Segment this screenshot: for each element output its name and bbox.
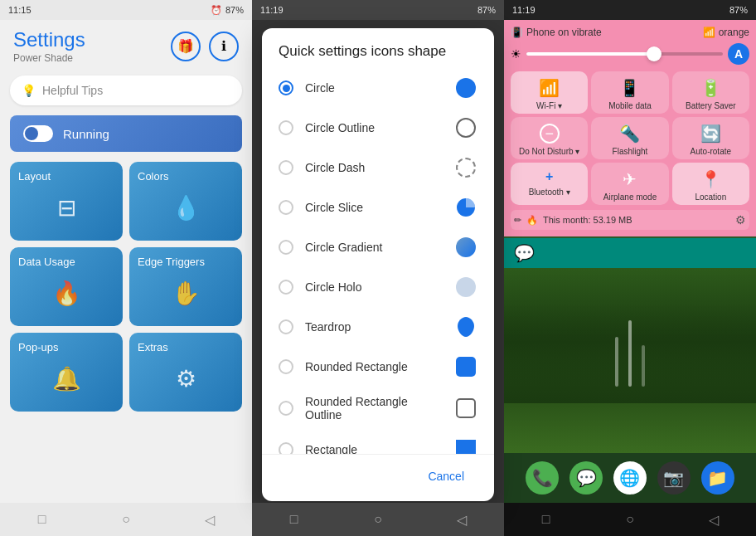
- tile-flashlight[interactable]: 🔦 Flashlight: [591, 117, 668, 159]
- status-icons-1: ⏰ 87%: [211, 5, 244, 16]
- preview-circle-slice: [454, 196, 477, 219]
- whatsapp-bar[interactable]: 💬: [504, 238, 756, 268]
- item-circle-dash[interactable]: Circle Dash: [262, 148, 494, 188]
- tile-location[interactable]: 📍 Location: [672, 163, 749, 205]
- flashlight-label: Flashlight: [613, 147, 648, 156]
- popups-card[interactable]: Pop-ups 🔔: [10, 333, 123, 412]
- dock-phone[interactable]: 📞: [526, 461, 559, 495]
- nav-back-2[interactable]: ◁: [449, 507, 474, 532]
- dialog-overlay: Quick settings icons shape Circle Circle…: [252, 20, 504, 536]
- nav-back-3[interactable]: ◁: [701, 507, 726, 532]
- airplane-icon: ✈: [623, 169, 637, 189]
- pencil-icon: ✏: [514, 215, 521, 226]
- dock-files[interactable]: 📁: [701, 461, 734, 495]
- nav-circle-3[interactable]: ○: [618, 507, 642, 532]
- nav-bar-3: □ ○ ◁: [504, 503, 756, 536]
- tile-mobile-data[interactable]: 📱 Mobile data: [591, 71, 668, 114]
- item-circle-slice[interactable]: Circle Slice: [262, 188, 494, 227]
- dock-messages[interactable]: 💬: [569, 461, 603, 495]
- label-circle-outline: Circle Outline: [305, 121, 443, 134]
- preview-circle-gradient: [454, 236, 477, 259]
- colors-icon: 💧: [138, 183, 234, 232]
- item-rounded-rect-outline[interactable]: Rounded Rectangle Outline: [262, 387, 494, 430]
- brightness-icon: ☀: [511, 47, 521, 61]
- tile-airplane[interactable]: ✈ Airplane mode: [591, 163, 668, 205]
- item-teardrop[interactable]: Teardrop: [262, 307, 494, 347]
- radio-circle-outline[interactable]: [279, 120, 293, 135]
- item-circle-outline[interactable]: Circle Outline: [262, 108, 494, 148]
- flashlight-icon: 🔦: [619, 124, 640, 144]
- nav-bar-1: □ ○ ◁: [0, 503, 252, 536]
- quick-tiles-grid: 📶 Wi-Fi ▾ 📱 Mobile data 🔋 Battery Saver …: [511, 71, 749, 205]
- settings-gear-icon[interactable]: ⚙: [735, 213, 746, 227]
- status-icons-3: 87%: [729, 5, 748, 15]
- preview-rounded-rect-outline: [454, 397, 477, 420]
- nav-circle-1[interactable]: ○: [114, 507, 138, 532]
- wifi-label: Wi-Fi ▾: [536, 101, 562, 110]
- info-button[interactable]: ℹ: [209, 32, 239, 61]
- colors-card[interactable]: Colors 💧: [129, 162, 242, 241]
- nav-circle-2[interactable]: ○: [366, 507, 390, 532]
- layout-card[interactable]: Layout ⊟: [10, 162, 123, 241]
- preview-rectangle: [454, 438, 477, 454]
- dialog-list: Circle Circle Outline Circle Dash Circle…: [262, 68, 494, 454]
- radio-rounded-rect[interactable]: [279, 359, 293, 374]
- radio-rounded-rect-outline[interactable]: [279, 401, 293, 416]
- mobile-data-label: Mobile data: [608, 101, 652, 110]
- brightness-slider-row: ☀ A: [511, 43, 749, 65]
- preview-circle-holo: [454, 275, 477, 299]
- vibrate-icon: 📳: [511, 27, 523, 38]
- edge-triggers-label: Edge Triggers: [138, 256, 234, 268]
- label-rounded-rect: Rounded Rectangle: [305, 360, 443, 373]
- edge-triggers-card[interactable]: Edge Triggers ✋: [129, 247, 242, 326]
- tile-wifi[interactable]: 📶 Wi-Fi ▾: [511, 71, 588, 114]
- battery-saver-icon: 🔋: [700, 78, 721, 98]
- brightness-slider[interactable]: [526, 52, 723, 56]
- label-circle: Circle: [305, 81, 443, 95]
- label-rounded-rect-outline: Rounded Rectangle Outline: [305, 395, 443, 421]
- nav-square-2[interactable]: □: [282, 507, 307, 532]
- tile-autorotate[interactable]: 🔄 Auto-rotate: [672, 117, 749, 159]
- bluetooth-icon: +: [545, 169, 553, 184]
- battery-1: 87%: [225, 5, 244, 15]
- running-toggle[interactable]: [23, 125, 53, 142]
- settings-panel: 11:15 ⏰ 87% Settings Power Shade 🎁 ℹ 💡 H…: [0, 0, 252, 536]
- item-circle-gradient[interactable]: Circle Gradient: [262, 227, 494, 267]
- tile-dnd[interactable]: − Do Not Disturb ▾: [511, 117, 588, 159]
- label-circle-slice: Circle Slice: [305, 201, 443, 214]
- radio-circle-dash[interactable]: [279, 160, 293, 175]
- carrier-label: 📶 orange: [703, 27, 749, 38]
- data-usage-text: This month: 53.19 MB: [543, 215, 632, 225]
- extras-card[interactable]: Extras ⚙: [129, 333, 242, 412]
- tile-bluetooth[interactable]: + Bluetooth ▾: [511, 163, 588, 205]
- label-circle-dash: Circle Dash: [305, 161, 443, 174]
- status-time-2: 11:19: [260, 5, 284, 15]
- dialog-panel: 11:19 87% Quick settings icons shape Cir…: [252, 0, 504, 536]
- alarm-icon: ⏰: [211, 5, 222, 16]
- helpful-tips-bar[interactable]: 💡 Helpful Tips: [10, 76, 242, 105]
- nav-square-1[interactable]: □: [30, 507, 55, 532]
- dock-camera[interactable]: 📷: [657, 461, 691, 495]
- radio-teardrop[interactable]: [279, 319, 293, 334]
- data-usage-card[interactable]: Data Usage 🔥: [10, 247, 123, 326]
- nav-square-3[interactable]: □: [534, 507, 559, 532]
- status-bar-3: 11:19 87%: [504, 0, 756, 20]
- radio-circle-gradient[interactable]: [279, 240, 293, 255]
- nav-back-1[interactable]: ◁: [197, 507, 222, 532]
- radio-circle-holo[interactable]: [279, 280, 293, 295]
- radio-rectangle[interactable]: [279, 442, 293, 454]
- cancel-button[interactable]: Cancel: [411, 463, 481, 490]
- notif-bottom-bar: ✏ 🔥 This month: 53.19 MB ⚙: [511, 210, 749, 230]
- gift-button[interactable]: 🎁: [171, 32, 201, 61]
- item-rounded-rect[interactable]: Rounded Rectangle: [262, 347, 494, 387]
- tile-battery-saver[interactable]: 🔋 Battery Saver: [672, 71, 749, 114]
- item-rectangle[interactable]: Rectangle: [262, 430, 494, 454]
- helpful-tips-label: Helpful Tips: [42, 84, 103, 97]
- radio-circle-slice[interactable]: [279, 200, 293, 215]
- bluetooth-label: Bluetooth ▾: [529, 188, 570, 197]
- item-circle-holo[interactable]: Circle Holo: [262, 267, 494, 307]
- item-circle[interactable]: Circle: [262, 68, 494, 108]
- dock-chrome[interactable]: 🌐: [613, 461, 647, 495]
- status-bar-1: 11:15 ⏰ 87%: [0, 0, 252, 20]
- radio-circle[interactable]: [279, 80, 293, 95]
